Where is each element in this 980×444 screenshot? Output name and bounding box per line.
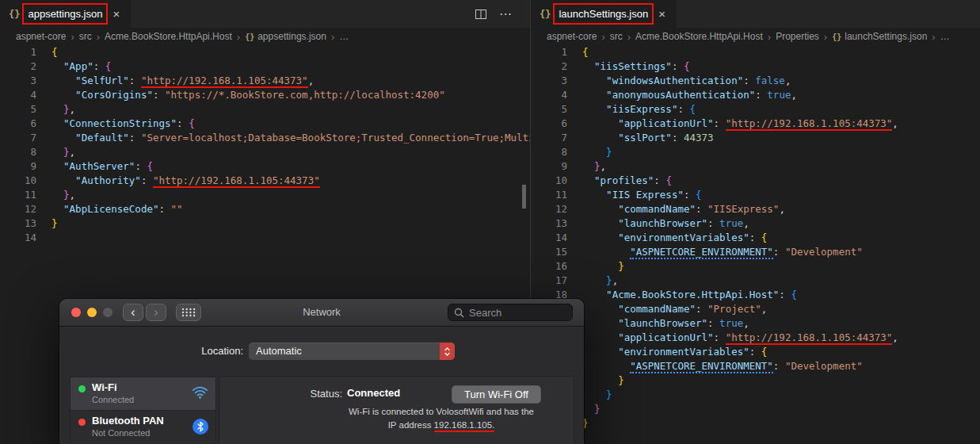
network-services-list: Wi-FiConnectedBluetooth PANNot Connected (70, 377, 216, 444)
breadcrumb-item[interactable]: Acme.BookStore.HttpApi.Host (635, 31, 763, 42)
code-line[interactable]: 25 } (531, 388, 980, 402)
code-text: "applicationUrl": "http://192.168.1.105:… (567, 331, 898, 345)
turn-wifi-off-button[interactable]: Turn Wi-Fi Off (452, 385, 541, 404)
code-text: "App": { (36, 59, 111, 74)
code-text: } (36, 216, 58, 231)
code-text: "Default": "Server=localhost;Database=Bo… (36, 131, 531, 145)
code-line[interactable]: 2 "App": { (0, 59, 530, 74)
code-line[interactable]: 9 }, (531, 159, 980, 174)
breadcrumb-item[interactable]: src (610, 31, 623, 42)
breadcrumb-item[interactable]: … (940, 31, 950, 42)
code-line[interactable]: 26 } (531, 402, 980, 416)
scrollbar-thumb[interactable] (522, 185, 526, 209)
line-number: 8 (531, 145, 567, 159)
code-line[interactable]: 8 }, (0, 145, 530, 159)
code-line[interactable]: 17 }, (531, 274, 980, 288)
code-text: }, (36, 188, 75, 202)
line-number: 2 (531, 59, 567, 74)
line-number: 11 (0, 188, 36, 202)
chevron-right-icon: › (627, 31, 631, 43)
service-name: Wi-Fi (92, 381, 117, 393)
code-line[interactable]: 20 "launchBrowser": true, (531, 316, 980, 331)
close-icon[interactable]: × (656, 7, 668, 21)
network-titlebar[interactable]: ‹ › Network Search (59, 299, 584, 327)
location-label: Location: (59, 345, 243, 357)
sidebar-item-bluetooth-pan[interactable]: Bluetooth PANNot Connected (71, 411, 215, 444)
code-line[interactable]: 2 "iisSettings": { (531, 59, 980, 74)
chevron-right-icon: › (71, 31, 74, 43)
code-line[interactable]: 6 "ConnectionStrings": { (0, 117, 530, 131)
code-line[interactable]: 19 "commandName": "Project", (531, 302, 980, 316)
split-editor-icon[interactable] (475, 8, 487, 21)
code-line[interactable]: 22 "environmentVariables": { (531, 345, 980, 359)
code-line[interactable]: 6 "applicationUrl": "http://192.168.1.10… (531, 117, 980, 131)
line-number: 10 (0, 174, 36, 188)
code-line[interactable]: 27} (531, 416, 980, 431)
code-line[interactable]: 14 "environmentVariables": { (531, 231, 980, 245)
code-line[interactable]: 1{ (0, 45, 530, 59)
breadcrumb-item[interactable]: Acme.BookStore.HttpApi.Host (105, 31, 232, 42)
search-icon (454, 308, 464, 318)
code-text: "commandName": "Project", (567, 302, 767, 316)
breadcrumb-item[interactable]: src (79, 31, 92, 42)
code-line[interactable]: 5 }, (0, 102, 530, 117)
code-line[interactable]: 23 "ASPNETCORE_ENVIRONMENT": "Developmen… (531, 359, 980, 373)
code-line[interactable]: 12 "AbpLicenseCode": "" (0, 202, 530, 216)
code-editor[interactable]: 1{2 "App": {3 "SelfUrl": "http://192.168… (0, 45, 530, 245)
code-line[interactable]: 9 "AuthServer": { (0, 159, 530, 174)
code-text: }, (36, 102, 75, 117)
code-line[interactable]: 13 "launchBrowser": true, (531, 216, 980, 231)
tab-launchsettings-json[interactable]: {} launchSettings.json × (531, 0, 677, 28)
code-line[interactable]: 10 "profiles": { (531, 174, 980, 188)
service-status: Not Connected (92, 428, 150, 438)
breadcrumb-item[interactable]: … (339, 31, 349, 42)
code-line[interactable]: 16 } (531, 259, 980, 274)
code-line[interactable]: 4 "CorsOrigins": "https://*.BookStore.co… (0, 88, 530, 102)
breadcrumb-item[interactable]: Properties (776, 31, 819, 42)
code-line[interactable]: 1{ (531, 45, 980, 59)
code-line[interactable]: 21 "applicationUrl": "http://192.168.1.1… (531, 331, 980, 345)
code-line[interactable]: 10 "Authority": "http://192.168.1.105:44… (0, 174, 530, 188)
status-dot (78, 385, 86, 392)
code-line[interactable]: 8 } (531, 145, 980, 159)
breadcrumb-item[interactable]: {}appsettings.json (245, 31, 326, 42)
line-number: 4 (0, 88, 36, 102)
search-input[interactable]: Search (448, 304, 573, 321)
code-line[interactable]: 5 "iisExpress": { (531, 102, 980, 117)
code-line[interactable]: 14 (0, 231, 530, 245)
code-editor[interactable]: 1{2 "iisSettings": {3 "windowsAuthentica… (531, 45, 980, 431)
line-number: 5 (0, 102, 36, 117)
code-line[interactable]: 11 "IIS Express": { (531, 188, 980, 202)
more-actions-icon[interactable]: ⋯ (499, 6, 513, 21)
line-number: 3 (531, 74, 567, 88)
code-text: { (36, 45, 58, 59)
json-file-icon: {} (9, 9, 20, 20)
editor-group-right: {} launchSettings.json × aspnet-core›src… (531, 0, 980, 444)
code-line[interactable]: 7 "Default": "Server=localhost;Database=… (0, 131, 530, 145)
code-text: "Authority": "http://192.168.1.105:44373… (36, 174, 320, 188)
code-line[interactable]: 12 "commandName": "IISExpress", (531, 202, 980, 216)
code-line[interactable]: 24 } (531, 373, 980, 388)
breadcrumb-item[interactable]: aspnet-core (16, 31, 66, 42)
close-icon[interactable]: × (110, 7, 122, 21)
code-line[interactable]: 15 "ASPNETCORE_ENVIRONMENT": "Developmen… (531, 245, 980, 259)
tabbar-right: {} launchSettings.json × (531, 0, 980, 28)
tab-appsettings-json[interactable]: {} appsettings.json × (0, 0, 132, 28)
breadcrumb-item[interactable]: {}launchSettings.json (832, 31, 927, 42)
sidebar-item-wi-fi[interactable]: Wi-FiConnected (71, 377, 215, 411)
code-line[interactable]: 4 "anonymousAuthentication": true, (531, 88, 980, 102)
code-line[interactable]: 18 "Acme.BookStore.HttpApi.Host": { (531, 288, 980, 302)
code-line[interactable]: 3 "SelfUrl": "http://192.168.1.105:44373… (0, 74, 530, 88)
code-text: "CorsOrigins": "https://*.BookStore.com,… (36, 88, 445, 102)
line-number: 12 (0, 202, 36, 216)
location-dropdown[interactable]: Automatic (249, 343, 455, 360)
code-text: "Acme.BookStore.HttpApi.Host": { (567, 288, 797, 302)
code-line[interactable]: 3 "windowsAuthentication": false, (531, 74, 980, 88)
status-value: Connected (347, 387, 400, 399)
code-line[interactable]: 13} (0, 216, 530, 231)
code-line[interactable]: 7 "sslPort": 44373 (531, 131, 980, 145)
line-number: 2 (0, 59, 36, 74)
code-text (36, 231, 51, 245)
code-line[interactable]: 11 }, (0, 188, 530, 202)
breadcrumb-item[interactable]: aspnet-core (547, 31, 597, 42)
